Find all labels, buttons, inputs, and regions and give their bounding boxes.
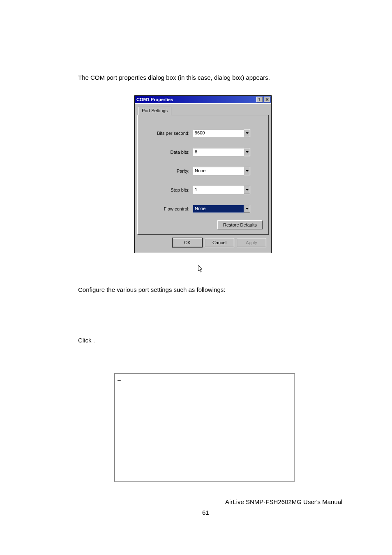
label-parity: Parity: bbox=[143, 169, 193, 173]
cursor-icon bbox=[198, 265, 204, 273]
row-flow-control: Flow control: None bbox=[143, 205, 263, 213]
combo-bits-per-second[interactable]: 9600 bbox=[193, 129, 250, 137]
label-flow-control: Flow control: bbox=[143, 206, 193, 211]
value-bits-per-second: 9600 bbox=[193, 129, 244, 137]
svg-marker-6 bbox=[198, 265, 202, 272]
click-text: Click . bbox=[78, 336, 95, 345]
row-parity: Parity: None bbox=[143, 167, 263, 175]
dialog-title: COM1 Properties bbox=[136, 97, 256, 102]
combo-flow-control[interactable]: None bbox=[193, 205, 250, 213]
svg-text:?: ? bbox=[258, 97, 261, 102]
combo-data-bits[interactable]: 8 bbox=[193, 148, 250, 156]
tab-strip: Port Settings bbox=[137, 106, 269, 115]
chevron-down-icon[interactable] bbox=[244, 186, 250, 194]
value-stop-bits: 1 bbox=[193, 186, 244, 194]
chevron-down-icon[interactable] bbox=[244, 148, 250, 156]
svg-marker-2 bbox=[246, 151, 249, 153]
close-button[interactable] bbox=[264, 97, 270, 102]
row-stop-bits: Stop bits: 1 bbox=[143, 186, 263, 194]
chevron-down-icon[interactable] bbox=[244, 129, 250, 137]
svg-marker-1 bbox=[246, 132, 249, 134]
ok-button[interactable]: OK bbox=[173, 238, 202, 247]
value-flow-control: None bbox=[193, 205, 244, 213]
page-number: 61 bbox=[202, 509, 209, 516]
value-parity: None bbox=[193, 167, 244, 175]
label-data-bits: Data bits: bbox=[143, 150, 193, 155]
restore-defaults-button[interactable]: Restore Defaults bbox=[217, 220, 263, 229]
apply-button[interactable]: Apply bbox=[237, 238, 266, 247]
inset-dash: – bbox=[118, 377, 121, 383]
row-bits-per-second: Bits per second: 9600 bbox=[143, 129, 263, 137]
footer-manual-title: AirLive SNMP-FSH2602MG User's Manual bbox=[225, 498, 342, 505]
titlebar[interactable]: COM1 Properties ? bbox=[135, 96, 271, 103]
dialog-button-row: OK Cancel Apply bbox=[137, 235, 269, 250]
combo-stop-bits[interactable]: 1 bbox=[193, 186, 250, 194]
com1-properties-dialog: COM1 Properties ? Port Settings Bits per… bbox=[134, 95, 272, 253]
dialog-body: Port Settings Bits per second: 9600 Data… bbox=[135, 103, 271, 253]
svg-marker-3 bbox=[246, 170, 249, 172]
row-data-bits: Data bits: 8 bbox=[143, 148, 263, 156]
blank-inset-box: – bbox=[114, 373, 295, 482]
label-stop-bits: Stop bits: bbox=[143, 187, 193, 192]
combo-parity[interactable]: None bbox=[193, 167, 250, 175]
help-button[interactable]: ? bbox=[256, 97, 263, 102]
cancel-button[interactable]: Cancel bbox=[205, 238, 234, 247]
tab-panel: Bits per second: 9600 Data bits: 8 bbox=[137, 115, 269, 235]
svg-marker-5 bbox=[246, 208, 249, 210]
label-bits-per-second: Bits per second: bbox=[143, 131, 193, 136]
intro-line: The COM port properties dialog box (in t… bbox=[78, 73, 349, 82]
value-data-bits: 8 bbox=[193, 148, 244, 156]
configure-text: Configure the various port settings such… bbox=[78, 285, 226, 294]
chevron-down-icon[interactable] bbox=[244, 167, 250, 175]
svg-marker-4 bbox=[246, 189, 249, 191]
chevron-down-icon[interactable] bbox=[244, 205, 250, 213]
tab-port-settings[interactable]: Port Settings bbox=[138, 107, 171, 115]
